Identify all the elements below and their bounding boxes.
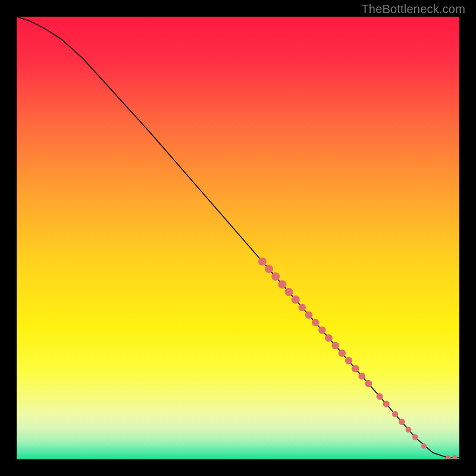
data-marker: [292, 295, 300, 303]
data-marker: [278, 280, 286, 289]
data-marker: [265, 265, 273, 273]
data-marker: [339, 349, 346, 357]
chart-svg: [17, 17, 459, 459]
data-marker: [412, 434, 418, 440]
data-marker: [358, 372, 365, 380]
data-marker: [345, 357, 353, 365]
data-marker: [406, 427, 412, 433]
data-marker: [352, 365, 359, 372]
plot-area: [17, 17, 459, 459]
data-marker: [331, 342, 339, 349]
data-marker: [392, 411, 399, 418]
data-marker: [399, 419, 405, 425]
data-marker: [299, 304, 306, 312]
data-marker: [318, 326, 326, 334]
data-marker: [305, 311, 313, 319]
data-marker: [285, 288, 293, 296]
attribution-label: TheBottleneck.com: [361, 2, 465, 16]
data-marker: [271, 273, 280, 281]
data-marker: [258, 257, 267, 265]
data-marker: [365, 380, 372, 387]
data-marker: [421, 443, 427, 449]
data-marker: [383, 400, 390, 407]
data-marker: [325, 334, 333, 342]
data-marker: [312, 319, 320, 327]
chart-frame: TheBottleneck.com: [0, 0, 476, 476]
gradient-background: [17, 17, 459, 459]
data-marker: [376, 393, 383, 400]
